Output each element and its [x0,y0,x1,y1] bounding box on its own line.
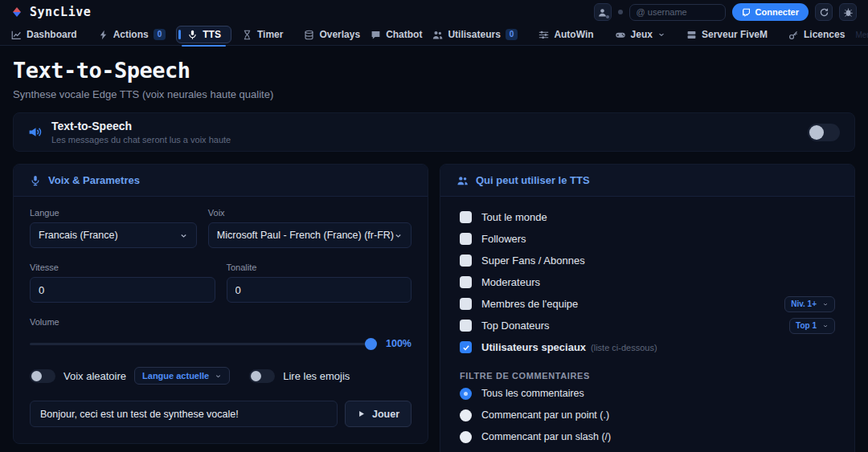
checkbox-label: Moderateurs [481,276,540,288]
radio-commencant-slash[interactable] [460,431,472,443]
play-button[interactable]: Jouer [345,401,411,427]
langue-actuelle-select[interactable]: Langue actuelle [134,367,230,385]
nav-item-utilisateurs[interactable]: Utilisateurs 0 [432,29,518,40]
voix-label: Voix [208,208,411,218]
chart-icon [11,30,22,40]
checkbox-followers[interactable] [460,233,472,245]
lire-emojis-label: Lire les emojis [283,370,350,382]
langue-actuelle-value: Langue actuelle [142,371,209,381]
synclive-logo-icon [11,6,23,18]
nav-item-dashboard[interactable]: Dashboard [11,29,77,40]
nav-item-licences[interactable]: Licences [788,29,845,40]
radio-commencant-point[interactable] [460,409,472,421]
check-row-tout-le-monde: Tout le monde [460,206,835,228]
nav-label: Overlays [319,29,360,40]
niveau-select[interactable]: Niv. 1+ [784,296,835,312]
radio-row-tous: Tous les commentaires [460,385,835,402]
volume-slider[interactable] [30,343,376,345]
chevron-down-icon [822,301,829,307]
banner-title: Text-to-Speech [51,120,231,132]
avatar-status-dot [606,15,609,18]
langue-select[interactable]: Francais (France) [30,222,197,248]
checkbox-label: Super Fans / Abonnes [481,255,585,267]
nav-item-chatbot[interactable]: Chatbot [371,29,422,40]
checkbox-note: (liste ci-dessous) [591,343,657,352]
volume-slider-knob[interactable] [365,338,377,350]
banner-subtitle: Les messages du chat seront lus a voix h… [51,135,231,145]
tts-enabled-toggle[interactable] [808,124,840,141]
toggle-knob [809,125,824,140]
main-nav: Dashboard Actions 0 TTS Timer Overlays C… [0,24,868,46]
lire-emojis-toggle[interactable] [249,369,275,383]
permissions-card: Qui peut utiliser le TTS Tout le monde F… [440,164,855,452]
checkbox-label: Top Donateurs [481,320,550,332]
microphone-icon [30,175,41,186]
chevron-down-icon [822,323,829,329]
check-row-followers: Followers [460,228,835,250]
vitesse-label: Vitesse [30,263,215,272]
microphone-icon [187,30,198,40]
brand: SyncLive [11,5,91,19]
checkbox-top-donateurs[interactable] [460,320,472,332]
username-input[interactable] [629,4,726,21]
nav-item-timer[interactable]: Timer [242,29,283,40]
nav-item-autowin[interactable]: AutoWin [538,29,593,40]
app-title: SyncLive [30,5,91,19]
checkbox-membres-equipe[interactable] [460,298,472,310]
tonalite-input[interactable] [235,284,403,296]
nav-item-serveur-fivem[interactable]: Serveur FiveM [686,29,768,40]
page-subtitle: Synthese vocale Edge TTS (voix neurales … [13,88,855,100]
checkbox-super-fans[interactable] [460,255,472,267]
filter-section-title: FILTRE DE COMMENTAIRES [460,371,835,381]
voice-settings-card: Voix & Parametres Langue Francais (Franc… [13,164,428,444]
gamepad-icon [615,30,626,40]
checkbox-tout-le-monde[interactable] [460,211,472,223]
vitesse-input[interactable] [39,284,207,296]
check-row-super-fans: Super Fans / Abonnes [460,250,835,271]
nav-label: Chatbot [386,29,422,40]
radio-row-slash: Commencant par un slash (/) [460,428,835,446]
checkbox-moderateurs[interactable] [460,276,472,288]
users-icon [432,30,443,40]
top-bar: SyncLive Connecter [0,0,868,24]
volume-value: 100% [386,338,411,349]
checkbox-label: Membres de l'equipe [481,298,578,310]
actions-badge: 0 [154,29,166,40]
voix-value: Microsoft Paul - French (France) (fr-FR) [217,230,394,241]
nav-item-actions[interactable]: Actions 0 [98,29,166,40]
top-donateurs-select[interactable]: Top 1 [789,318,835,334]
voix-select[interactable]: Microsoft Paul - French (France) (fr-FR) [208,222,411,248]
nav-item-tts[interactable]: TTS [176,26,231,43]
layers-icon [304,30,314,40]
refresh-button[interactable] [815,3,833,21]
voix-aleatoire-toggle[interactable] [30,369,55,383]
checkbox-label: Utilisateurs speciaux [481,341,586,353]
link-mentions[interactable]: Mentions [855,31,868,39]
sliders-icon [538,30,549,40]
twitch-icon [742,8,751,17]
hourglass-icon [242,30,252,40]
radio-label: Tous les commentaires [481,388,584,399]
debug-button[interactable] [839,3,857,21]
checkbox-utilisateurs-speciaux[interactable] [460,341,472,353]
radio-tous-les-commentaires[interactable] [460,388,472,400]
volume-label: Volume [30,317,411,327]
avatar-button[interactable] [594,3,612,21]
connect-button-label: Connecter [755,7,799,17]
check-row-top-donateurs: Top Donateurs Top 1 [460,315,835,336]
nav-item-jeux[interactable]: Jeux [615,29,665,40]
nav-label: Dashboard [27,29,77,40]
check-row-membres-equipe: Membres de l'equipe Niv. 1+ [460,293,835,315]
chevron-down-icon [215,373,222,380]
key-icon [788,30,799,40]
card-title: Qui peut utiliser le TTS [476,174,590,186]
check-row-utilisateurs-speciaux: Utilisateurs speciaux (liste ci-dessous) [460,336,835,358]
tts-test-input[interactable] [30,401,338,427]
connect-button[interactable]: Connecter [732,3,809,21]
utilisateurs-badge: 0 [506,29,518,40]
radio-row-point: Commencant par un point (.) [460,406,835,424]
nav-item-overlays[interactable]: Overlays [304,29,360,40]
voix-aleatoire-label: Voix aleatoire [63,370,126,382]
top-value: Top 1 [796,321,817,330]
checkbox-label: Tout le monde [481,211,547,223]
